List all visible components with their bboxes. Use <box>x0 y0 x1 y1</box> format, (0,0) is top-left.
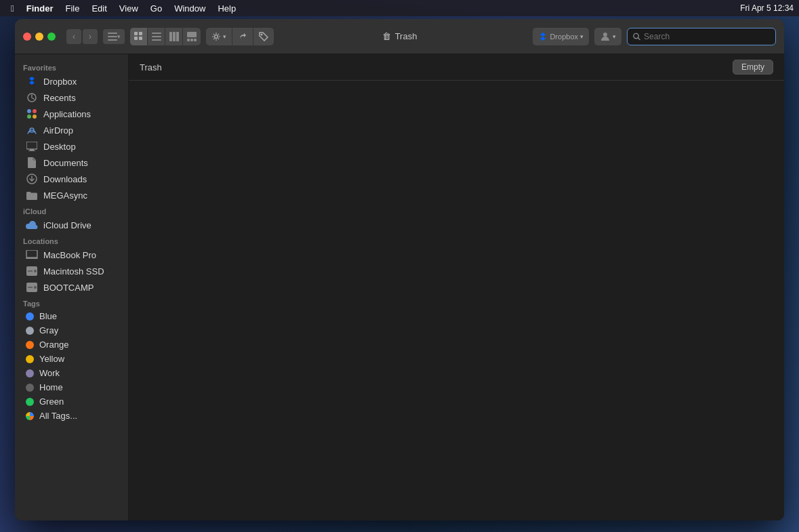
sidebar-item-label: Applications <box>43 109 91 119</box>
sidebar-item-tag-work[interactable]: Work <box>18 366 125 380</box>
share-button[interactable] <box>232 28 253 45</box>
content-header: Trash Empty <box>129 54 784 81</box>
svg-rect-8 <box>152 36 161 37</box>
list-view-button[interactable] <box>148 28 165 45</box>
menu-edit[interactable]: Edit <box>86 2 112 15</box>
applications-icon <box>26 108 38 120</box>
back-button[interactable]: ‹ <box>66 29 81 44</box>
svg-point-20 <box>634 33 638 38</box>
sidebar-item-label: Macintosh SSD <box>43 266 104 277</box>
sidebar-item-label: Yellow <box>39 354 64 364</box>
menubar:  Finder File Edit View Go Window Help F… <box>0 0 799 16</box>
maximize-button[interactable] <box>47 33 56 41</box>
action-group: ▾ <box>206 28 274 45</box>
sidebar-item-macbook-pro[interactable]: MacBook Pro <box>18 247 125 263</box>
title-bar: ‹ › ▾ <box>15 19 784 54</box>
menu-finder[interactable]: Finder <box>21 2 59 15</box>
favorites-header: Favorites <box>15 60 128 73</box>
svg-rect-30 <box>28 150 35 151</box>
sidebar-item-tag-blue[interactable]: Blue <box>18 309 125 323</box>
svg-point-23 <box>27 109 31 113</box>
sidebar-item-tag-orange[interactable]: Orange <box>18 337 125 352</box>
sidebar-item-label: Recents <box>43 93 76 103</box>
column-view-button[interactable] <box>165 28 183 45</box>
menu-window[interactable]: Window <box>169 2 211 15</box>
tag-dot-all <box>26 412 34 420</box>
sidebar-item-label: Documents <box>43 158 88 168</box>
svg-rect-28 <box>26 142 37 149</box>
menu-help[interactable]: Help <box>212 2 241 15</box>
svg-rect-15 <box>190 39 193 41</box>
svg-rect-32 <box>26 250 37 258</box>
sidebar-item-desktop[interactable]: Desktop <box>18 138 125 155</box>
svg-rect-0 <box>108 33 117 34</box>
sidebar-item-tag-gray[interactable]: Gray <box>18 323 125 337</box>
tag-button[interactable] <box>253 28 274 45</box>
sidebar-item-icloud-drive[interactable]: iCloud Drive <box>18 217 125 233</box>
tag-dot-work <box>26 369 34 377</box>
menubar-time: Fri Apr 5 12:34 <box>740 3 794 13</box>
view-options-button[interactable]: ▾ <box>103 29 125 44</box>
recents-icon <box>26 91 38 104</box>
empty-button[interactable]: Empty <box>733 60 773 75</box>
sidebar-item-megasync[interactable]: MEGAsync <box>18 187 125 203</box>
finder-window: ‹ › ▾ <box>15 19 784 520</box>
sidebar-item-tag-green[interactable]: Green <box>18 394 125 409</box>
svg-point-18 <box>261 33 263 35</box>
icon-view-button[interactable] <box>130 28 148 45</box>
apple-menu[interactable]:  <box>5 2 20 15</box>
menu-file[interactable]: File <box>60 2 85 15</box>
svg-line-21 <box>638 38 640 39</box>
search-input[interactable] <box>644 32 770 41</box>
title-text: Trash <box>395 31 417 41</box>
settings-button[interactable]: ▾ <box>206 28 232 45</box>
menu-go[interactable]: Go <box>145 2 167 15</box>
view-mode-group <box>130 28 201 45</box>
svg-rect-4 <box>139 32 142 35</box>
svg-point-17 <box>215 35 218 38</box>
svg-rect-11 <box>173 32 176 41</box>
menu-view[interactable]: View <box>114 2 144 15</box>
sidebar-item-recents[interactable]: Recents <box>18 89 125 106</box>
sidebar-item-label: Orange <box>39 340 68 350</box>
tag-dot-home <box>26 384 34 392</box>
minimize-button[interactable] <box>35 33 43 41</box>
sidebar-item-bootcamp[interactable]: BOOTCAMP <box>18 279 125 295</box>
svg-rect-5 <box>134 37 138 40</box>
sidebar-item-tag-home[interactable]: Home <box>18 380 125 394</box>
svg-rect-14 <box>187 39 190 41</box>
dropbox-button[interactable]: Dropbox ▾ <box>533 28 589 45</box>
svg-rect-13 <box>187 32 197 37</box>
tag-dot-green <box>26 398 34 406</box>
svg-point-38 <box>34 286 37 289</box>
svg-rect-29 <box>30 149 34 150</box>
sidebar-item-label: MacBook Pro <box>43 250 96 260</box>
icloud-icon <box>26 219 38 231</box>
tag-dot-gray <box>26 327 34 335</box>
svg-point-35 <box>34 270 37 272</box>
window-title: 🗑 Trash <box>382 31 417 41</box>
sidebar-item-tag-yellow[interactable]: Yellow <box>18 352 125 366</box>
sidebar-item-downloads[interactable]: Downloads <box>18 171 125 187</box>
sidebar-item-applications[interactable]: Applications <box>18 106 125 122</box>
search-box[interactable] <box>627 28 776 45</box>
sidebar-item-all-tags[interactable]: All Tags... <box>18 409 125 423</box>
sidebar-item-label: Desktop <box>43 142 76 152</box>
gallery-view-button[interactable] <box>183 28 201 45</box>
svg-point-19 <box>603 33 607 37</box>
airdrop-icon <box>26 124 38 136</box>
sidebar-item-macintosh-ssd[interactable]: Macintosh SSD <box>18 263 125 279</box>
tags-header: Tags <box>15 295 128 309</box>
sidebar-item-documents[interactable]: Documents <box>18 155 125 171</box>
close-button[interactable] <box>23 33 31 41</box>
sidebar-item-dropbox[interactable]: Dropbox <box>18 73 125 89</box>
documents-icon <box>26 157 38 169</box>
sidebar-item-label: Downloads <box>43 174 87 184</box>
account-button[interactable]: ▾ <box>594 28 621 45</box>
sidebar-item-airdrop[interactable]: AirDrop <box>18 122 125 138</box>
svg-rect-3 <box>134 32 138 35</box>
forward-button[interactable]: › <box>83 29 98 44</box>
drive2-icon <box>26 281 38 293</box>
svg-rect-7 <box>152 33 161 34</box>
main-area: Favorites Dropbox Recents <box>15 54 784 520</box>
